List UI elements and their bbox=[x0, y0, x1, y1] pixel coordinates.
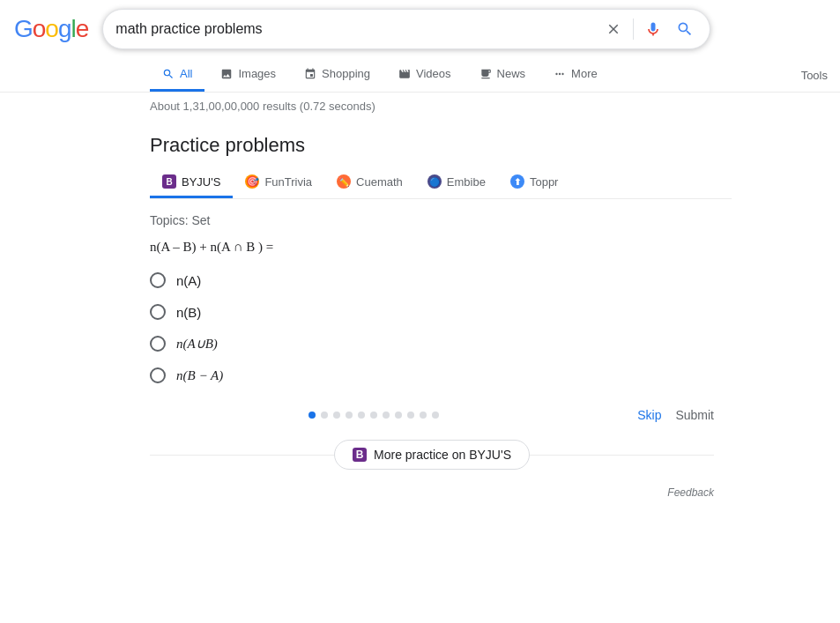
options: n(A) n(B) n(A∪B) n(B − A) bbox=[150, 272, 732, 383]
option-4[interactable]: n(B − A) bbox=[150, 367, 732, 383]
tab-images-label: Images bbox=[238, 67, 276, 80]
option-2[interactable]: n(B) bbox=[150, 304, 732, 320]
option-3[interactable]: n(A∪B) bbox=[150, 336, 732, 352]
more-practice-byjus-icon: B bbox=[353, 448, 367, 462]
dot-1 bbox=[308, 412, 316, 419]
cuemath-icon: ✏️ bbox=[337, 174, 351, 189]
main-content: Practice problems B BYJU'S 🎯 FunTrivia ✏… bbox=[0, 120, 732, 500]
tab-images[interactable]: Images bbox=[208, 58, 288, 92]
more-practice-line-right bbox=[530, 455, 714, 456]
radio-3[interactable] bbox=[150, 336, 166, 352]
dot-8 bbox=[395, 412, 402, 419]
radio-4[interactable] bbox=[150, 367, 166, 383]
google-search-button[interactable] bbox=[673, 17, 697, 41]
more-practice-button[interactable]: B More practice on BYJU'S bbox=[334, 440, 530, 470]
google-logo[interactable]: Google bbox=[14, 15, 88, 43]
close-icon bbox=[606, 21, 621, 37]
results-info: About 1,31,00,00,000 results (0.72 secon… bbox=[0, 93, 840, 120]
tools-button[interactable]: Tools bbox=[789, 60, 840, 91]
source-tab-embibe-label: Embibe bbox=[447, 175, 486, 189]
source-tab-cuemath[interactable]: ✏️ Cuemath bbox=[324, 167, 415, 198]
source-tab-byjus-label: BYJU'S bbox=[182, 175, 220, 189]
dot-5 bbox=[358, 412, 365, 419]
embibe-icon: 🔵 bbox=[427, 174, 442, 189]
dot-3 bbox=[333, 412, 340, 419]
section-title: Practice problems bbox=[150, 134, 732, 157]
more-practice-label: More practice on BYJU'S bbox=[374, 448, 511, 462]
pagination: Skip Submit bbox=[150, 408, 732, 422]
microphone-icon bbox=[644, 20, 662, 38]
source-tab-byjus[interactable]: B BYJU'S bbox=[150, 167, 233, 198]
dot-7 bbox=[383, 412, 390, 419]
source-tab-toppr-label: Toppr bbox=[530, 175, 559, 189]
tab-shopping[interactable]: Shopping bbox=[292, 58, 383, 92]
search-bar-wrapper: math practice problems bbox=[102, 9, 710, 49]
tab-more-label: More bbox=[571, 67, 598, 80]
pagination-actions: Skip Submit bbox=[637, 408, 714, 422]
option-3-label: n(A∪B) bbox=[176, 336, 218, 352]
tab-videos-label: Videos bbox=[416, 67, 451, 80]
dot-4 bbox=[346, 412, 353, 419]
search-icons bbox=[601, 17, 697, 41]
images-icon bbox=[220, 68, 233, 80]
tab-all[interactable]: All bbox=[150, 58, 204, 92]
submit-button[interactable]: Submit bbox=[675, 408, 714, 422]
more-dots-icon bbox=[554, 68, 566, 80]
feedback-link[interactable]: Feedback bbox=[667, 486, 714, 499]
option-1[interactable]: n(A) bbox=[150, 272, 732, 288]
dot-2 bbox=[321, 412, 328, 419]
search-bar: math practice problems bbox=[102, 9, 710, 49]
news-icon bbox=[479, 68, 492, 80]
option-2-label: n(B) bbox=[176, 305, 201, 320]
more-practice-line-left bbox=[150, 455, 334, 456]
skip-button[interactable]: Skip bbox=[637, 408, 661, 422]
more-practice-wrapper: B More practice on BYJU'S bbox=[150, 440, 714, 470]
videos-icon bbox=[398, 68, 411, 80]
dot-9 bbox=[407, 412, 414, 419]
header: Google math practice problems bbox=[0, 0, 840, 58]
option-1-label: n(A) bbox=[176, 273, 201, 288]
clear-button[interactable] bbox=[601, 17, 626, 41]
logo-text: Google bbox=[14, 15, 88, 43]
tab-more[interactable]: More bbox=[541, 58, 610, 92]
question: n(A – B) + n(A ∩ B ) = bbox=[150, 240, 732, 255]
source-tabs: B BYJU'S 🎯 FunTrivia ✏️ Cuemath 🔵 Embibe… bbox=[150, 167, 732, 199]
source-tab-toppr[interactable]: ⬆ Toppr bbox=[498, 167, 571, 198]
tab-videos[interactable]: Videos bbox=[386, 58, 464, 92]
funtrivia-icon: 🎯 bbox=[245, 174, 259, 189]
pagination-dots bbox=[308, 412, 439, 419]
radio-1[interactable] bbox=[150, 272, 166, 288]
tab-all-label: All bbox=[180, 67, 192, 80]
nav-tabs: All Images Shopping Videos News More Too… bbox=[0, 58, 840, 93]
voice-search-button[interactable] bbox=[641, 17, 665, 41]
search-icon bbox=[676, 20, 694, 38]
option-4-label: n(B − A) bbox=[176, 368, 223, 383]
source-tab-embibe[interactable]: 🔵 Embibe bbox=[415, 167, 498, 198]
toppr-icon: ⬆ bbox=[510, 174, 524, 189]
tab-news-label: News bbox=[497, 67, 526, 80]
feedback-section: Feedback bbox=[150, 484, 732, 500]
source-tab-funtrivia[interactable]: 🎯 FunTrivia bbox=[233, 167, 324, 198]
tab-shopping-label: Shopping bbox=[322, 67, 370, 80]
tab-news[interactable]: News bbox=[467, 58, 539, 92]
source-tab-funtrivia-label: FunTrivia bbox=[264, 175, 312, 189]
topics: Topics: Set bbox=[150, 213, 732, 227]
search-divider bbox=[633, 19, 634, 40]
search-input[interactable]: math practice problems bbox=[115, 21, 594, 37]
all-icon bbox=[162, 68, 175, 80]
byjus-icon: B bbox=[162, 174, 176, 189]
dot-11 bbox=[432, 412, 439, 419]
dot-10 bbox=[420, 412, 427, 419]
shopping-icon bbox=[304, 68, 316, 80]
dot-6 bbox=[370, 412, 377, 419]
source-tab-cuemath-label: Cuemath bbox=[356, 175, 403, 189]
radio-2[interactable] bbox=[150, 304, 166, 320]
